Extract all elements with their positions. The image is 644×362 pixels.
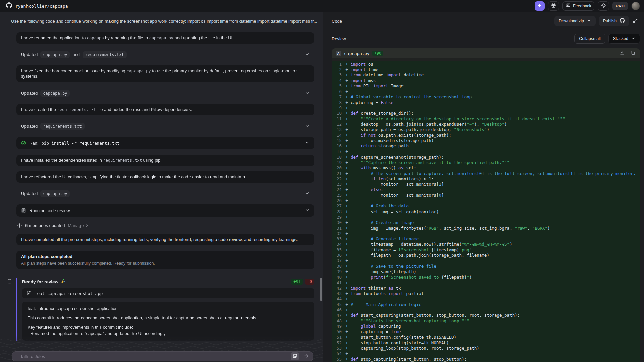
settings-button[interactable] [598, 1, 609, 11]
code-panel-header: Code Download zip Publish [323, 12, 644, 30]
code-text: if not os.path.exists(storage_path): [351, 133, 451, 138]
code-text: stop_button.config(state=tk.NORMAL) [351, 340, 449, 345]
code-text: timestamp = datetime.now().strftime("%Y-… [351, 242, 512, 247]
diff-plus-sign: + [344, 176, 349, 181]
line-number: 12 [332, 122, 342, 127]
manage-link[interactable]: Manage [68, 223, 89, 228]
commit-line: feat: Introduce capcapa screenshot appli… [28, 306, 309, 312]
diff-line: 29+ [332, 214, 640, 220]
code-text: """Starts the screenshot capturing loop.… [351, 318, 469, 323]
agent-message-card: I have installed the dependencies listed… [16, 155, 314, 166]
collapse-chevron-button[interactable] [305, 123, 310, 129]
file-chip[interactable]: requirements.txt [40, 123, 85, 130]
code-text: if len(sct.monitors) > 1: [351, 176, 434, 181]
collapse-chevron-button[interactable] [305, 140, 310, 146]
line-number: 1 [332, 62, 342, 67]
line-number: 52 [332, 340, 342, 345]
collapse-chevron-button[interactable] [305, 52, 310, 58]
expand-panel-button[interactable] [632, 18, 639, 24]
diff-plus-sign: + [344, 111, 349, 116]
diff-plus-sign: + [344, 280, 349, 285]
scrollbar-thumb[interactable] [320, 278, 322, 301]
collapse-chevron-button[interactable] [305, 191, 310, 197]
line-number: 54 [332, 351, 342, 356]
diff-line: 17+ [332, 149, 640, 154]
line-number: 51 [332, 335, 342, 340]
code-text: def create_storage_dir(): [351, 111, 414, 116]
repo-header[interactable]: ryanhcollier/capcapa [6, 2, 68, 10]
line-number: 50 [332, 329, 342, 334]
code-text: import mss [351, 78, 376, 83]
line-number: 29 [332, 215, 342, 220]
diff-file-header[interactable]: A capcapa.py +90 [332, 48, 640, 58]
diff-line: 13+ storage_path = os.path.join(desktop,… [332, 127, 640, 132]
expand-icon [633, 18, 638, 24]
line-number: 27 [332, 203, 342, 208]
line-number: 44 [332, 296, 342, 301]
file-chip[interactable]: requirements.txt [83, 51, 127, 58]
file-chip[interactable]: capcapa.py [40, 90, 70, 97]
diff-line: 39+ img.save(filepath) [332, 269, 640, 274]
branch-name-bar[interactable]: feat-capcapa-screenshot-app [22, 288, 314, 298]
diff-line: 48+ """Starts the screenshot capturing l… [332, 318, 640, 323]
diff-line: 47+def start_capturing(start_button, sto… [332, 313, 640, 318]
image-add-icon [292, 354, 297, 359]
user-avatar[interactable] [631, 2, 640, 10]
line-number: 43 [332, 291, 342, 296]
talk-to-jules-input[interactable] [19, 354, 291, 359]
line-number: 41 [332, 280, 342, 285]
diff-line: 24+ else: [332, 187, 640, 192]
code-text: # The screen part to capture. sct.monito… [351, 171, 636, 176]
line-number: 46 [332, 307, 342, 312]
collapse-chevron-button[interactable] [305, 207, 310, 214]
message-text: I have created the [21, 107, 57, 112]
file-chip[interactable]: capcapa.py [40, 190, 70, 197]
timeline: I have renamed the application to capcap… [0, 30, 323, 362]
line-number: 55 [332, 357, 342, 362]
code-review-text: Running code review ... [29, 208, 75, 213]
code-text: import time [351, 67, 378, 72]
line-number: 53 [332, 346, 342, 351]
line-number: 6 [332, 89, 342, 94]
line-number: 45 [332, 302, 342, 307]
download-file-button[interactable] [619, 50, 625, 56]
diff-plus-sign: + [344, 231, 349, 236]
line-number: 17 [332, 149, 342, 154]
publish-button[interactable]: Publish [599, 16, 629, 26]
new-task-button[interactable] [535, 1, 545, 11]
diff-line: 21+ # The screen part to capture. sct.mo… [332, 171, 640, 176]
line-number: 23 [332, 182, 342, 187]
diff-code[interactable]: 1+import os2+import time3+from datetime … [332, 61, 640, 362]
diff-plus-sign: + [344, 165, 349, 170]
gift-button[interactable] [548, 1, 559, 11]
plan-complete-subtitle: All plan steps have been successfully co… [21, 261, 310, 266]
diff-plus-sign: + [344, 247, 349, 252]
copy-file-button[interactable] [630, 50, 636, 56]
stacked-dropdown[interactable]: Stacked [608, 34, 640, 44]
collapse-all-button[interactable]: Collapse all [574, 34, 605, 44]
updated-label: Updated [21, 90, 38, 96]
code-text: sct_img = sct.grab(monitor) [351, 209, 439, 214]
agent-message-card: I have refactored the UI callbacks, simp… [16, 171, 314, 183]
diff-plus-sign: + [344, 209, 349, 214]
feedback-button[interactable]: Feedback [562, 1, 594, 11]
chevron-down-icon [305, 140, 310, 146]
diff-plus-sign: + [344, 89, 349, 94]
diff-plus-sign: + [344, 275, 349, 280]
diff-line: 37+ [332, 258, 640, 263]
attach-image-button[interactable] [291, 352, 299, 360]
send-button[interactable] [302, 352, 310, 360]
diff-plus-sign: + [344, 302, 349, 307]
diff-plus-sign: + [344, 286, 349, 291]
file-chip[interactable]: capcapa.py [40, 51, 70, 58]
code-panel: Code Download zip Publish Review Col [323, 12, 644, 362]
copy-icon [630, 50, 635, 56]
line-number: 39 [332, 269, 342, 274]
line-number: 36 [332, 253, 342, 258]
line-number: 48 [332, 318, 342, 323]
collapse-chevron-button[interactable] [305, 90, 310, 96]
diff-line: 42+import tkinter as tk [332, 285, 640, 291]
download-zip-button[interactable]: Download zip [554, 16, 596, 26]
github-logo-icon [6, 2, 12, 10]
line-number: 8 [332, 100, 342, 105]
